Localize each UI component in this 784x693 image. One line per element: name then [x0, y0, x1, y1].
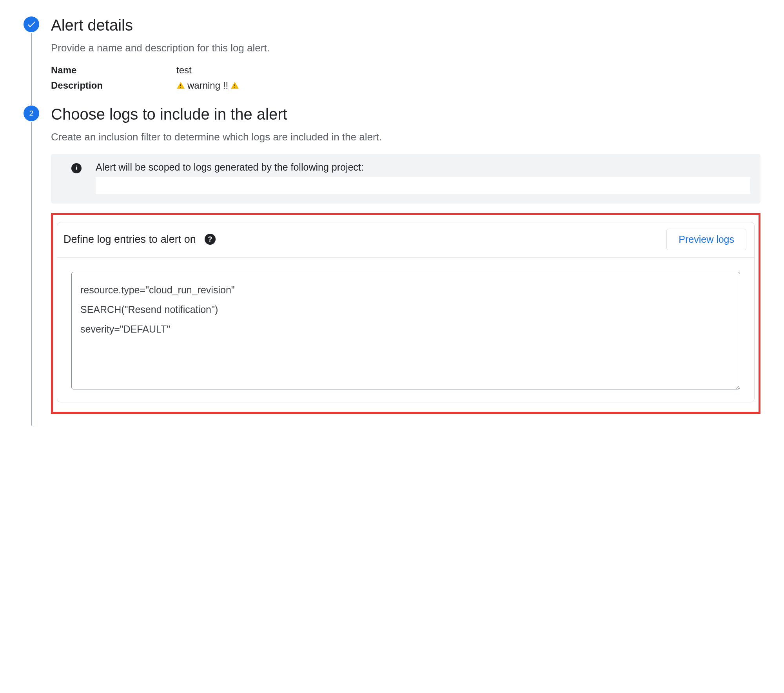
scope-project-field[interactable] — [96, 177, 750, 194]
step-connector-line — [31, 33, 32, 105]
scope-info-text: Alert will be scoped to logs generated b… — [96, 162, 750, 173]
alert-description-text: warning !! — [187, 78, 228, 93]
alert-name-value: test — [176, 63, 192, 78]
alert-description-label: Description — [51, 78, 176, 93]
info-icon: i — [71, 163, 82, 173]
alert-name-row: Name test — [51, 63, 760, 78]
step-alert-details: Alert details Provide a name and descrip… — [24, 16, 760, 105]
log-filter-card-title: Define log entries to alert on — [64, 233, 196, 246]
step-2-subtitle: Create an inclusion filter to determine … — [51, 130, 760, 144]
log-query-textarea[interactable] — [71, 272, 740, 389]
info-content: Alert will be scoped to logs generated b… — [96, 162, 750, 194]
checkmark-icon — [26, 19, 36, 29]
log-filter-card: Define log entries to alert on ? Preview… — [57, 222, 755, 402]
log-filter-card-header: Define log entries to alert on ? Preview… — [57, 222, 754, 258]
log-filter-card-body — [57, 258, 754, 402]
step-1-title: Alert details — [51, 16, 760, 35]
warning-icon — [176, 81, 185, 90]
step-choose-logs: 2 Choose logs to include in the alert Cr… — [24, 105, 760, 425]
alert-name-label: Name — [51, 63, 176, 78]
annotation-highlight: Define log entries to alert on ? Preview… — [51, 213, 760, 414]
alert-description-value: warning !! — [176, 78, 239, 93]
step-2-number: 2 — [29, 109, 33, 118]
step-2-number-icon: 2 — [24, 105, 39, 121]
scope-info-banner: i Alert will be scoped to logs generated… — [51, 154, 760, 204]
warning-icon — [230, 81, 239, 90]
preview-logs-button[interactable]: Preview logs — [666, 229, 746, 250]
alert-wizard-stepper: Alert details Provide a name and descrip… — [24, 16, 760, 426]
alert-description-row: Description warning !! — [51, 78, 760, 93]
step-1-subtitle: Provide a name and description for this … — [51, 41, 760, 55]
step-connector-line — [31, 122, 32, 425]
step-2-title: Choose logs to include in the alert — [51, 105, 760, 124]
help-icon[interactable]: ? — [205, 234, 216, 245]
card-header-left: Define log entries to alert on ? — [64, 233, 216, 246]
step-1-completed-icon — [24, 16, 39, 32]
